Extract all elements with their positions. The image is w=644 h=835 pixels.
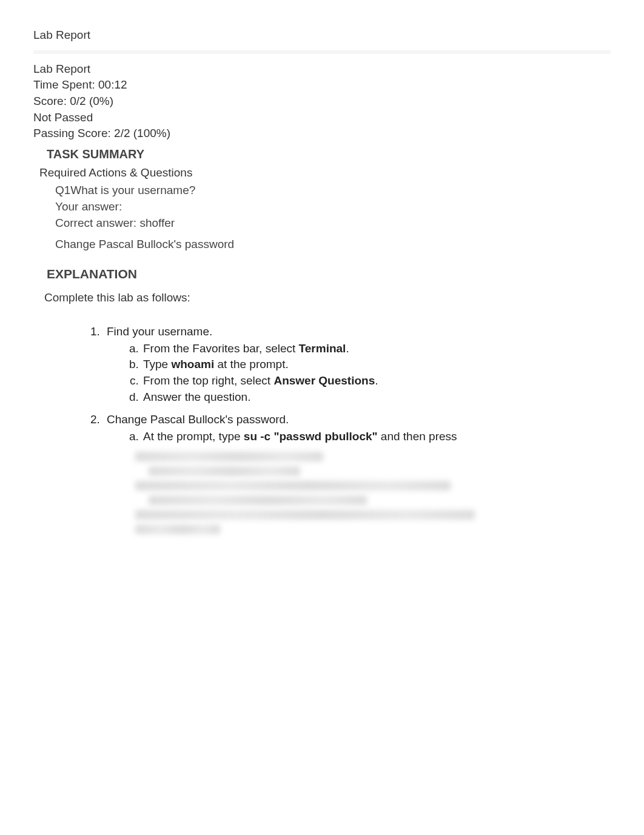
meta-block: Lab Report Time Spent: 00:12 Score: 0/2 … bbox=[33, 61, 611, 141]
step-1c: From the top right, select Answer Questi… bbox=[142, 373, 611, 389]
correct-answer-label: Correct answer: bbox=[55, 216, 139, 229]
your-answer-label: Your answer: bbox=[55, 200, 122, 213]
step-1-text: Find your username. bbox=[107, 325, 212, 338]
score-value: 0/2 (0%) bbox=[70, 95, 113, 107]
question-1: Q1What is your username? bbox=[55, 183, 611, 198]
task-summary-heading: TASK SUMMARY bbox=[47, 146, 611, 163]
step-1d-pre: Answer the question. bbox=[143, 391, 250, 403]
meta-heading: Lab Report bbox=[33, 61, 611, 77]
explanation-heading: EXPLANATION bbox=[47, 266, 611, 283]
step-2a: At the prompt, type su -c "passwd pbullo… bbox=[142, 429, 611, 444]
meta-passing: Passing Score: 2/2 (100%) bbox=[33, 126, 611, 141]
q1-text: What is your username? bbox=[70, 184, 195, 196]
step-1: Find your username. From the Favorites b… bbox=[103, 324, 611, 404]
blur-line bbox=[149, 495, 367, 505]
steps-list: Find your username. From the Favorites b… bbox=[103, 324, 611, 444]
meta-score: Score: 0/2 (0%) bbox=[33, 93, 611, 109]
meta-status: Not Passed bbox=[33, 110, 611, 126]
step-2a-bold: su -c "passwd pbullock" bbox=[244, 430, 378, 443]
step-1b-bold: whoami bbox=[171, 358, 214, 371]
step-1a-pre: From the Favorites bar, select bbox=[143, 342, 299, 355]
correct-answer: Correct answer: shoffer bbox=[55, 215, 611, 231]
page-title: Lab Report bbox=[33, 27, 611, 43]
step-1d: Answer the question. bbox=[142, 389, 611, 405]
divider bbox=[33, 50, 611, 54]
blur-line bbox=[135, 525, 220, 534]
step-1b-pre: Type bbox=[143, 358, 171, 371]
step-2a-pre: At the prompt, type bbox=[143, 430, 244, 443]
step-2a-post: and then press bbox=[378, 430, 457, 443]
blur-line bbox=[135, 510, 475, 520]
step-1a-bold: Terminal bbox=[299, 342, 346, 355]
step-1b: Type whoami at the prompt. bbox=[142, 357, 611, 372]
step-1c-bold: Answer Questions bbox=[273, 374, 375, 387]
step-2: Change Pascal Bullock's password. At the… bbox=[103, 412, 611, 444]
step-2-text: Change Pascal Bullock's password. bbox=[107, 413, 289, 426]
meta-time: Time Spent: 00:12 bbox=[33, 77, 611, 93]
score-label: Score: bbox=[33, 95, 70, 107]
step-1c-pre: From the top right, select bbox=[143, 374, 273, 387]
step-1a: From the Favorites bar, select Terminal. bbox=[142, 341, 611, 357]
step-1a-post: . bbox=[346, 342, 349, 355]
action-2: Change Pascal Bullock's password bbox=[55, 236, 611, 252]
step-2-substeps: At the prompt, type su -c "passwd pbullo… bbox=[142, 429, 611, 444]
step-1b-post: at the prompt. bbox=[214, 358, 289, 371]
time-label: Time Spent: bbox=[33, 78, 98, 91]
passing-label: Passing Score: bbox=[33, 127, 114, 139]
passing-value: 2/2 (100%) bbox=[114, 127, 170, 139]
your-answer: Your answer: bbox=[55, 199, 611, 215]
blur-line bbox=[135, 452, 323, 461]
blur-line bbox=[135, 481, 451, 491]
question-block: Q1What is your username? Your answer: Co… bbox=[55, 183, 611, 230]
q1-prefix: Q1 bbox=[55, 184, 70, 196]
blurred-content bbox=[135, 452, 611, 534]
explanation-intro: Complete this lab as follows: bbox=[44, 290, 611, 306]
step-1-substeps: From the Favorites bar, select Terminal.… bbox=[142, 341, 611, 405]
blur-line bbox=[149, 466, 300, 476]
time-value: 00:12 bbox=[98, 78, 127, 91]
step-1c-post: . bbox=[375, 374, 378, 387]
correct-answer-value: shoffer bbox=[139, 216, 175, 229]
required-actions-heading: Required Actions & Questions bbox=[39, 165, 611, 181]
